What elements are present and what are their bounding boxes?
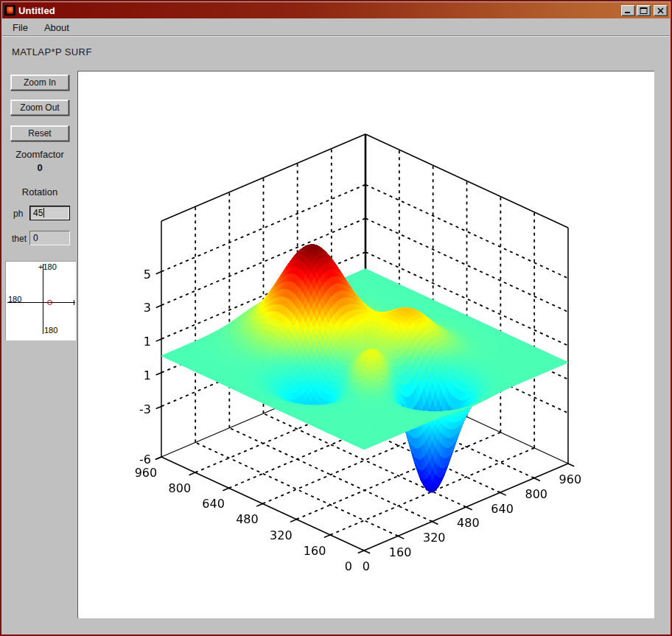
maximize-button[interactable] (637, 5, 651, 16)
surface-plot-canvas[interactable] (78, 71, 654, 618)
text-caret (43, 208, 44, 217)
compass-left-label: 180 (8, 296, 21, 304)
zoomfactor-value: 0 (6, 162, 74, 173)
zoom-out-button[interactable]: Zoom Out (10, 99, 69, 116)
compass-right-tick (74, 300, 74, 305)
thet-input[interactable]: 0 (29, 231, 70, 245)
menu-about[interactable]: About (38, 21, 75, 35)
menu-bar: File About (2, 20, 670, 36)
close-button[interactable] (654, 5, 668, 16)
compass-vertical-axis (43, 264, 43, 334)
close-icon (657, 7, 664, 14)
rotation-label: Rotation (6, 186, 74, 198)
thet-label: thet (12, 234, 27, 244)
compass-position-marker[interactable] (47, 300, 52, 305)
ph-input[interactable]: 45 (29, 206, 70, 220)
maximize-icon (640, 7, 648, 14)
ph-label: ph (13, 209, 23, 219)
zoom-in-button[interactable]: Zoom In (10, 74, 69, 91)
minimize-button[interactable] (621, 5, 635, 16)
app-window: Untitled File About MATLAP*P SURF Zoom I… (0, 0, 672, 636)
plot-panel (77, 71, 654, 618)
compass-bottom-label: 180 (44, 326, 57, 335)
reset-button[interactable]: Reset (10, 125, 69, 141)
rotation-compass[interactable]: +180 180 180 (5, 261, 76, 340)
menu-file[interactable]: File (7, 21, 34, 35)
app-title-label: MATLAP*P SURF (12, 46, 92, 57)
zoomfactor-label: Zoomfactor (6, 149, 74, 160)
app-icon (4, 5, 15, 15)
compass-top-label: +180 (38, 263, 57, 271)
window-title: Untitled (18, 5, 55, 16)
title-bar[interactable]: Untitled (2, 2, 670, 18)
minimize-icon (624, 7, 632, 14)
